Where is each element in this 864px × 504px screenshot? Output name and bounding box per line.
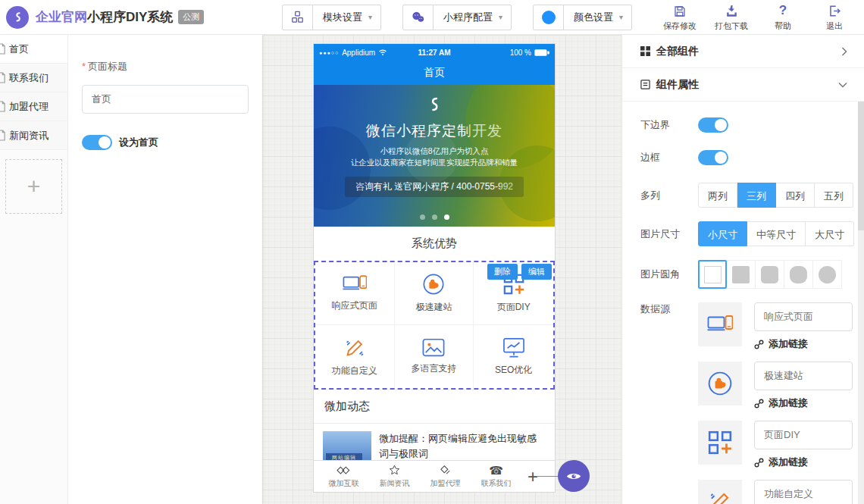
app-title-rest: 小程序DIY系统 <box>87 10 173 24</box>
status-right: 100 % <box>510 49 549 57</box>
sidebar-item-home[interactable]: 首页 <box>0 35 67 64</box>
radius-option-0-selected[interactable] <box>698 260 727 289</box>
columns-option-5[interactable]: 五列 <box>815 183 853 208</box>
size-option-medium[interactable]: 中等尺寸 <box>747 221 806 246</box>
carousel-dot[interactable] <box>420 214 425 220</box>
banner-carousel[interactable]: 微信小程序定制开发 小程序以微信8亿用户为切入点 让企业以及商家在短时间里实现提… <box>314 85 555 227</box>
caret-down-icon: ▾ <box>619 13 623 21</box>
feature-cell-responsive[interactable]: 响应式页面 <box>315 262 395 325</box>
add-page-button[interactable]: + <box>5 159 62 214</box>
modules-settings-dropdown[interactable]: 模块设置 ▾ <box>282 5 381 30</box>
panel-scrollbar[interactable] <box>858 102 864 504</box>
link-icon <box>754 458 764 468</box>
page-title-input[interactable] <box>82 85 249 114</box>
tab-label: 新闻资讯 <box>380 478 410 489</box>
star-icon <box>388 464 401 477</box>
beta-badge: 公测 <box>178 10 204 24</box>
link-icon <box>754 399 764 409</box>
help-button[interactable]: ? 帮助 <box>761 3 805 32</box>
bottom-border-toggle[interactable] <box>698 117 728 133</box>
grid-icon <box>640 46 650 56</box>
add-link-button[interactable]: 添加链接 <box>754 455 853 469</box>
tab-label: 联系我们 <box>481 478 512 489</box>
page-settings-panel: *页面标题 设为首页 <box>68 35 262 504</box>
brand: 企业官网小程序DIY系统公测 <box>0 6 267 29</box>
feature-cell-multilang[interactable]: 多语言支持 <box>395 325 474 388</box>
miniprogram-config-dropdown[interactable]: 小程序配置 ▾ <box>402 5 512 30</box>
sidebar-item-news[interactable]: 新闻资讯 <box>0 121 67 150</box>
radius-option-1[interactable] <box>727 260 756 289</box>
app-title: 企业官网小程序DIY系统公测 <box>36 8 204 26</box>
preview-button[interactable] <box>558 460 590 492</box>
feature-label: 极速建站 <box>415 301 452 314</box>
tab-weijia[interactable]: 微加互联 <box>318 464 369 489</box>
download-button[interactable]: 打包下载 <box>709 3 753 32</box>
data-source-title-input[interactable] <box>754 421 853 449</box>
tab-news[interactable]: 新闻资讯 <box>369 464 420 489</box>
image-radius-options <box>698 260 842 289</box>
responsive-icon <box>343 274 367 294</box>
columns-option-3-selected[interactable]: 三列 <box>737 183 776 208</box>
banner-subtitle-line2: 让企业以及商家在短时间里实现提升品牌和销量 <box>314 157 555 168</box>
exit-button[interactable]: 退出 <box>812 3 856 32</box>
carousel-dot-active[interactable] <box>444 214 449 220</box>
feature-cell-custom[interactable]: 功能自定义 <box>315 325 395 388</box>
radius-option-3[interactable] <box>784 260 813 289</box>
pencil-icon <box>343 337 366 359</box>
add-link-button[interactable]: 添加链接 <box>754 396 853 410</box>
list-icon <box>640 80 650 89</box>
puzzle-icon <box>698 362 742 405</box>
size-option-small-selected[interactable]: 小尺寸 <box>698 221 747 246</box>
delete-component-button[interactable]: 删除 <box>487 264 518 280</box>
color-settings-label: 颜色设置 <box>564 11 619 24</box>
carousel-dots <box>314 214 555 220</box>
feature-grid-selected-component[interactable]: 删除 编辑 响应式页面 极速建站 页面DIY 功能自定义 多语言支持 SEO优化 <box>314 261 555 390</box>
border-toggle[interactable] <box>698 150 728 165</box>
radius-option-4[interactable] <box>813 260 842 289</box>
top-header: 企业官网小程序DIY系统公测 模块设置 ▾ 小程序配置 ▾ 颜色设置 ▾ <box>0 0 864 35</box>
set-home-label: 设为首页 <box>119 136 158 149</box>
image-radius-row: 图片圆角 <box>640 260 864 289</box>
columns-option-4[interactable]: 四列 <box>776 183 815 208</box>
sidebar-item-franchise[interactable]: 加盟代理 <box>0 92 67 121</box>
phone-tab-bar: 微加互联 新闻资讯 加盟代理 ☎ 联系我们 + <box>314 460 555 492</box>
tab-contact[interactable]: ☎ 联系我们 <box>471 464 521 489</box>
all-components-header[interactable]: 全部组件 <box>622 35 864 68</box>
data-source-title-input[interactable] <box>754 302 853 331</box>
save-button[interactable]: 保存修改 <box>658 3 702 32</box>
pencil-icon <box>698 480 742 504</box>
columns-option-2[interactable]: 两列 <box>698 183 737 208</box>
radius-option-2[interactable] <box>756 260 784 289</box>
edit-component-button[interactable]: 编辑 <box>521 264 552 280</box>
required-asterisk: * <box>82 61 86 72</box>
add-link-label: 添加链接 <box>769 396 808 410</box>
size-option-large[interactable]: 大尺寸 <box>806 221 854 246</box>
phone-nav-bar: 首页 <box>314 61 555 85</box>
component-props-title: 组件属性 <box>656 78 699 92</box>
phone-preview: ●●●○○ Applidium 11:27 AM 100 % 首页 微信小程序定… <box>313 43 556 493</box>
app-title-accent: 企业官网 <box>36 10 87 24</box>
scrollbar-thumb[interactable] <box>858 102 864 230</box>
sidebar-item-contact[interactable]: 联系我们 <box>0 64 67 92</box>
status-time: 11:27 AM <box>418 49 451 57</box>
color-circle-icon <box>534 5 564 30</box>
pages-sidebar: 首页 联系我们 加盟代理 新闻资讯 + <box>0 35 68 504</box>
image-size-segmented-control: 小尺寸 中等尺寸 大尺寸 <box>698 221 854 246</box>
color-settings-dropdown[interactable]: 颜色设置 ▾ <box>533 5 632 30</box>
help-icon: ? <box>779 3 787 18</box>
data-source-title-input[interactable] <box>754 480 853 504</box>
feature-cell-seo[interactable]: SEO优化 <box>474 325 553 388</box>
tab-franchise[interactable]: 加盟代理 <box>420 464 471 489</box>
sidebar-item-label: 联系我们 <box>9 71 49 85</box>
modules-settings-label: 模块设置 <box>313 11 368 24</box>
caret-down-icon: ▾ <box>368 13 372 21</box>
component-props-header[interactable]: 组件属性 <box>622 68 864 102</box>
feature-label: 功能自定义 <box>332 365 377 377</box>
add-link-button[interactable]: 添加链接 <box>754 337 853 351</box>
carousel-dot[interactable] <box>432 214 437 220</box>
data-source-title-input[interactable] <box>754 362 853 390</box>
eye-icon <box>566 471 581 481</box>
miniprogram-config-label: 小程序配置 <box>434 11 499 24</box>
set-home-toggle[interactable] <box>82 135 112 150</box>
feature-cell-fast-build[interactable]: 极速建站 <box>395 262 474 325</box>
